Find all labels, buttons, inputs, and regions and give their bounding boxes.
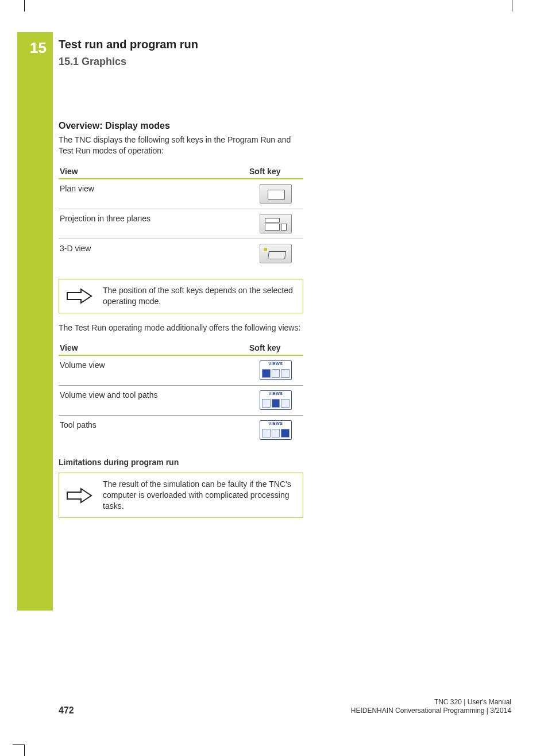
- col-view: View: [59, 341, 248, 355]
- testrun-views-table: View Soft key Volume view VIEWS Volume v…: [59, 341, 303, 445]
- views-volume-icon: VIEWS: [260, 360, 292, 380]
- col-softkey: Soft key: [248, 341, 303, 355]
- views-volume-toolpaths-icon: VIEWS: [260, 390, 292, 410]
- display-modes-table: View Soft key Plan view Projection in th…: [59, 164, 303, 268]
- table-row: Plan view: [59, 179, 303, 209]
- limitations-heading: Limitations during program run: [59, 458, 489, 467]
- table-row: Tool paths VIEWS: [59, 416, 303, 446]
- section-title: 15.1 Graphics: [59, 56, 489, 68]
- chapter-tab: [17, 32, 53, 611]
- hint-box: The result of the simulation can be faul…: [59, 473, 303, 518]
- crop-mark: [13, 744, 24, 745]
- table-row: Volume view VIEWS: [59, 355, 303, 386]
- table-row: Volume view and tool paths VIEWS: [59, 386, 303, 416]
- view-label: Tool paths: [59, 416, 248, 446]
- footer-meta: TNC 320 | User's Manual HEIDENHAIN Conve…: [351, 698, 511, 716]
- overview-heading: Overview: Display modes: [59, 121, 489, 131]
- view-label: 3-D view: [59, 239, 248, 268]
- plan-view-icon: [260, 184, 292, 204]
- projection-three-planes-icon: [260, 214, 292, 233]
- col-view: View: [59, 164, 248, 179]
- chapter-number: 15: [30, 39, 47, 57]
- 3d-view-icon: [260, 244, 292, 263]
- hint-text: The position of the soft keys depends on…: [103, 285, 296, 307]
- views-toolpaths-icon: VIEWS: [260, 420, 292, 440]
- table-row: 3-D view: [59, 239, 303, 268]
- crop-mark: [512, 0, 512, 11]
- crop-mark: [24, 745, 25, 756]
- hint-box: The position of the soft keys depends on…: [59, 279, 303, 313]
- view-label: Projection in three planes: [59, 209, 248, 239]
- chapter-title: Test run and program run: [59, 38, 489, 51]
- view-label: Volume view: [59, 355, 248, 386]
- footer-line2: HEIDENHAIN Conversational Programming | …: [351, 707, 511, 716]
- hint-text: The result of the simulation can be faul…: [103, 479, 296, 512]
- arrow-right-icon: [66, 287, 92, 305]
- footer-line1: TNC 320 | User's Manual: [351, 698, 511, 707]
- table-row: Projection in three planes: [59, 209, 303, 239]
- testrun-intro: The Test Run operating mode additionally…: [59, 323, 306, 333]
- crop-mark: [24, 0, 25, 11]
- view-label: Volume view and tool paths: [59, 386, 248, 416]
- view-label: Plan view: [59, 179, 248, 209]
- col-softkey: Soft key: [248, 164, 303, 179]
- arrow-right-icon: [66, 487, 92, 504]
- overview-intro: The TNC displays the following soft keys…: [59, 135, 306, 156]
- page-number: 472: [59, 705, 74, 716]
- page-footer: 472 TNC 320 | User's Manual HEIDENHAIN C…: [59, 698, 511, 716]
